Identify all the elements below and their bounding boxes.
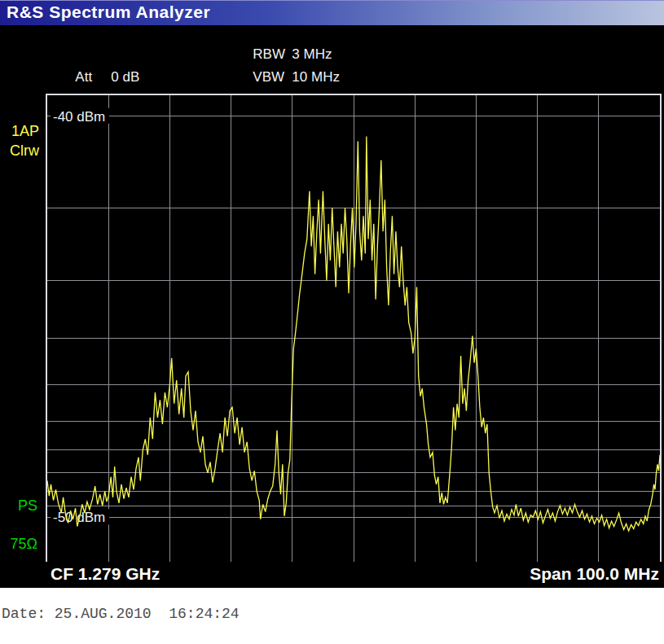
title-bar: R&S Spectrum Analyzer (0, 0, 664, 25)
date-timestamp: Date: 25.AUG.2010 16:24:24 (2, 606, 240, 622)
measurement-diagram: -40 dBm-50 dBm (46, 94, 662, 563)
center-frequency-readout: CF 1.279 GHz (51, 564, 160, 584)
trace-mode-tag: Clrw (0, 142, 39, 160)
spectrum-plot: -40 dBm-50 dBm (47, 95, 660, 562)
impedance-status-tag: 75Ω (0, 536, 37, 553)
svg-text:-40 dBm: -40 dBm (53, 109, 105, 125)
analyzer-screen: R&S Spectrum Analyzer RBW3 MHz Att0 dB V… (0, 0, 664, 588)
app-title: R&S Spectrum Analyzer (7, 2, 210, 22)
footer-bar: CF 1.279 GHz Span 100.0 MHz (0, 562, 664, 588)
span-readout: Span 100.0 MHz (530, 564, 659, 584)
preamp-status-tag: PS (0, 497, 37, 515)
trace-detector-tag: 1AP (0, 123, 39, 140)
